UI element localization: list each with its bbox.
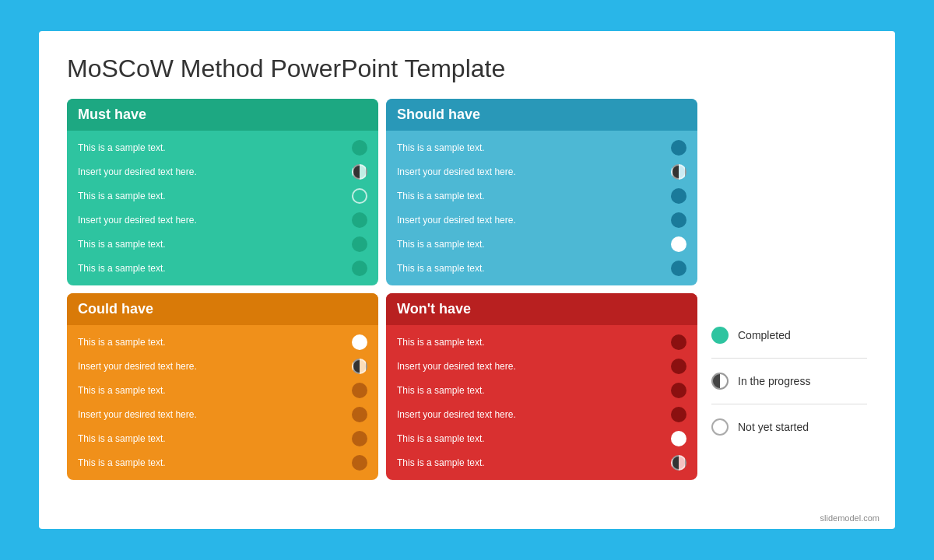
list-item: This is a sample text. [75,187,370,205]
could-have-body: This is a sample text. Insert your desir… [67,325,378,480]
status-inprogress-icon [671,455,686,471]
slide: MoSCoW Method PowerPoint Template Must h… [39,31,895,529]
list-item: This is a sample text. [75,235,370,254]
could-have-header: Could have [67,293,378,325]
should-have-header: Should have [386,99,697,131]
legend-divider-1 [711,358,867,359]
list-item: This is a sample text. [75,138,370,157]
status-completed-icon [352,261,367,276]
legend-completed-label: Completed [738,329,791,341]
status-completed-icon [352,212,367,228]
list-item: This is a sample text. [394,138,690,157]
watermark: slidemodel.com [820,513,880,523]
list-item: This is a sample text. [394,235,690,254]
list-item: This is a sample text. [75,453,370,472]
legend-item-inprogress: In the progress [711,373,867,390]
status-completed-icon [352,383,367,398]
list-item: Insert your desired text here. [394,405,690,424]
list-item: This is a sample text. [75,333,370,352]
list-item: This is a sample text. [394,259,690,278]
slide-title: MoSCoW Method PowerPoint Template [67,54,867,83]
list-item: Insert your desired text here. [394,357,690,376]
list-item: This is a sample text. [394,187,690,205]
status-completed-icon [671,140,686,156]
legend: Completed In the progress Not yet starte… [711,327,867,436]
legend-divider-2 [711,404,867,404]
must-have-card: Must have This is a sample text. Insert … [67,99,378,285]
legend-item-notstarted: Not yet started [711,418,867,436]
list-item: Insert your desired text here. [75,357,370,376]
status-empty-icon [352,334,367,350]
status-completed-icon [352,236,367,252]
list-item: This is a sample text. [394,429,690,448]
status-inprogress-icon [352,164,367,180]
legend-item-completed: Completed [711,327,867,344]
status-inprogress-icon [671,164,686,180]
list-item: Insert your desired text here. [394,211,690,229]
list-item: Insert your desired text here. [75,405,370,424]
status-inprogress-icon [352,359,367,374]
status-empty-icon [671,431,686,446]
status-completed-icon [671,188,686,204]
legend-inprogress-icon [711,373,729,390]
could-have-card: Could have This is a sample text. Insert… [67,293,378,480]
status-completed-icon [671,359,686,374]
should-have-body: This is a sample text. Insert your desir… [386,131,697,285]
must-have-header: Must have [67,99,378,131]
list-item: This is a sample text. [394,333,690,352]
list-item: Insert your desired text here. [75,211,370,229]
status-completed-icon [352,140,367,156]
list-item: This is a sample text. [75,259,370,278]
status-completed-icon [671,334,686,350]
must-have-body: This is a sample text. Insert your desir… [67,131,378,285]
should-have-card: Should have This is a sample text. Inser… [386,99,697,285]
legend-notstarted-icon [711,418,729,436]
list-item: This is a sample text. [75,381,370,400]
status-completed-icon [671,212,686,228]
list-item: Insert your desired text here. [75,163,370,181]
legend-inprogress-label: In the progress [738,375,810,387]
status-completed-icon [671,407,686,422]
status-completed-icon [352,431,367,446]
status-completed-icon [671,383,686,398]
list-item: This is a sample text. [394,381,690,400]
list-item: This is a sample text. [394,453,690,472]
status-completed-icon [671,261,686,276]
list-item: Insert your desired text here. [394,163,690,181]
legend-completed-icon [711,327,729,344]
status-completed-icon [352,455,367,471]
list-item: This is a sample text. [75,429,370,448]
status-completed-icon [352,407,367,422]
wont-have-header: Won't have [386,293,697,325]
legend-notstarted-label: Not yet started [738,421,809,433]
wont-have-card: Won't have This is a sample text. Insert… [386,293,697,480]
status-empty-icon [671,236,686,252]
status-empty-icon [352,188,367,204]
wont-have-body: This is a sample text. Insert your desir… [386,325,697,480]
moscow-grid: Must have This is a sample text. Insert … [67,99,697,480]
